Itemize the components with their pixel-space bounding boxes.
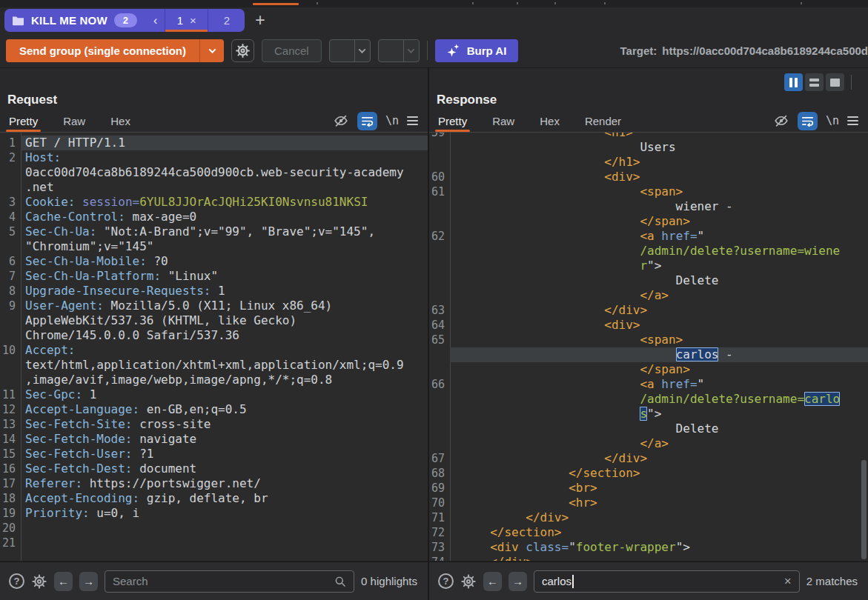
tab-hex[interactable]: Hex [109,110,132,132]
word-wrap-toggle[interactable] [357,112,377,130]
code-line[interactable]: 60 <div> [429,170,868,184]
clear-search-icon[interactable]: × [784,575,792,587]
code-line[interactable]: 2Host: [0,150,428,165]
code-line[interactable]: /admin/delete?username=wiene [429,244,868,259]
close-tab-icon[interactable]: × [190,14,196,27]
code-line[interactable]: 64 <div> [429,318,868,333]
code-line[interactable]: 6Sec-Ch-Ua-Mobile: ?0 [0,254,428,269]
request-editor[interactable]: 1GET / HTTP/1.12Host:0acc00d704ca8b61892… [0,132,428,561]
code-line[interactable]: 7Sec-Ch-Ua-Platform: "Linux" [0,269,428,284]
show-newlines-toggle[interactable]: \n [826,114,839,127]
code-line[interactable]: 0acc00d704ca8b6189244ca500d900cb.web-sec… [0,165,428,180]
back-history-dropdown[interactable] [354,40,370,61]
editor-menu-icon[interactable] [407,116,418,125]
code-line[interactable]: 20 [0,521,428,536]
help-icon[interactable]: ? [438,573,454,589]
code-line[interactable]: 15Sec-Fetch-User: ?1 [0,447,428,461]
code-line[interactable]: 73 <div class="footer-wrapper"> [429,540,868,555]
code-line[interactable]: 19Priority: u=0, i [0,506,428,521]
back-button[interactable]: ‹ [330,40,354,62]
columns-layout-button[interactable] [784,73,803,91]
search-settings-button[interactable] [31,573,47,590]
code-line[interactable]: 70 <hr> [429,496,868,510]
tab-hex[interactable]: Hex [538,110,561,132]
code-line[interactable]: Chrome/145.0.0.0 Safari/537.36 [0,328,428,343]
tab-pretty[interactable]: Pretty [7,110,39,132]
code-line[interactable]: 67 </div> [429,451,868,466]
cancel-button[interactable]: Cancel [262,39,322,62]
previous-match-button[interactable]: ← [54,572,73,591]
send-group-button[interactable]: Send group (single connection) [6,39,199,62]
repeater-tab-2[interactable]: 2 [208,9,245,32]
code-line[interactable]: 63 </div> [429,303,868,318]
code-line[interactable]: 59 <h1> [429,132,868,140]
code-line[interactable]: .net [0,180,428,195]
code-line[interactable]: AppleWebKit/537.36 (KHTML, like Gecko) [0,313,428,328]
code-line[interactable]: 10Accept: [0,343,428,358]
request-search-input[interactable]: Search [105,570,354,593]
code-line[interactable]: </h1> [429,155,868,170]
search-settings-button[interactable] [460,573,477,590]
response-editor[interactable]: 59 <h1> Users </h1>60 <div>61 <span> wie… [429,132,868,561]
code-line[interactable]: 1GET / HTTP/1.1 [0,136,428,150]
add-tab-button[interactable]: + [255,12,265,29]
tab-pretty[interactable]: Pretty [437,110,468,132]
code-line[interactable]: 13Sec-Fetch-Site: cross-site [0,417,428,432]
code-line[interactable]: Delete [429,421,868,436]
hide-nonprintable-icon[interactable] [333,113,349,129]
code-line[interactable]: 21 [0,536,428,550]
code-line[interactable]: </a> [429,436,868,451]
code-line[interactable]: Users [429,140,868,155]
tab-scroll-left-button[interactable]: ‹ [146,9,165,32]
forward-history-dropdown[interactable] [403,40,419,61]
response-search-input[interactable]: carlos × [534,570,800,593]
burp-ai-button[interactable]: Burp AI [435,39,519,62]
single-pane-layout-button[interactable] [826,73,844,91]
hide-nonprintable-icon[interactable] [773,113,789,129]
repeater-tab-1[interactable]: 1 × [165,9,208,32]
tab-group-header[interactable]: KILL ME NOW 2 [4,9,146,32]
code-line[interactable]: 66 <a href=" [429,377,868,392]
next-match-button[interactable]: → [508,572,527,591]
code-line[interactable]: s"> [429,407,868,421]
code-line[interactable]: r"> [429,259,868,273]
code-line[interactable]: 18Accept-Encoding: gzip, deflate, br [0,491,428,506]
code-line[interactable]: </a> [429,288,868,303]
code-line[interactable]: carlos - [429,347,868,362]
code-line[interactable]: 12Accept-Language: en-GB,en;q=0.5 [0,402,428,417]
code-line[interactable]: 61 <span> [429,184,868,199]
code-line[interactable]: wiener - [429,199,868,214]
code-line[interactable]: "Chromium";v="145" [0,239,428,254]
code-line[interactable]: 4Cache-Control: max-age=0 [0,210,428,224]
next-match-button[interactable]: → [79,572,98,591]
tab-render[interactable]: Render [583,110,623,132]
code-line[interactable]: 62 <a href=" [429,229,868,244]
code-line[interactable]: /admin/delete?username=carlo [429,392,868,407]
code-line[interactable]: 9User-Agent: Mozilla/5.0 (X11; Linux x86… [0,299,428,313]
code-line[interactable]: 8Upgrade-Insecure-Requests: 1 [0,284,428,299]
code-line[interactable]: 71 </div> [429,510,868,525]
tab-raw[interactable]: Raw [62,110,87,132]
code-line[interactable]: 5Sec-Ch-Ua: "Not:A-Brand";v="99", "Brave… [0,224,428,239]
code-line[interactable]: 72 </section> [429,525,868,540]
code-line[interactable]: 16Sec-Fetch-Dest: document [0,461,428,476]
code-line[interactable]: 14Sec-Fetch-Mode: navigate [0,432,428,447]
scrollbar-thumb[interactable] [861,460,867,559]
code-line[interactable]: ,image/avif,image/webp,image/apng,*/*;q=… [0,373,428,387]
code-line[interactable]: 11Sec-Gpc: 1 [0,387,428,402]
code-line[interactable]: </span> [429,214,868,229]
code-line[interactable]: Delete [429,273,868,288]
code-line[interactable]: 65 <span> [429,333,868,347]
code-line[interactable]: 68 </section> [429,466,868,481]
code-line[interactable]: 17Referer: https://portswigger.net/ [0,476,428,491]
send-options-dropdown[interactable] [199,39,224,62]
word-wrap-toggle[interactable] [798,112,818,130]
code-line[interactable]: 74 </div> [429,555,868,561]
tab-raw[interactable]: Raw [491,110,516,132]
code-line[interactable]: 3Cookie: session=6YUL8JJOrAcJQHi25KI0Nsv… [0,195,428,210]
code-line[interactable]: text/html,application/xhtml+xml,applicat… [0,358,428,373]
previous-match-button[interactable]: ← [483,572,502,591]
help-icon[interactable]: ? [9,573,24,589]
send-settings-button[interactable] [231,39,254,62]
rows-layout-button[interactable] [805,73,824,91]
